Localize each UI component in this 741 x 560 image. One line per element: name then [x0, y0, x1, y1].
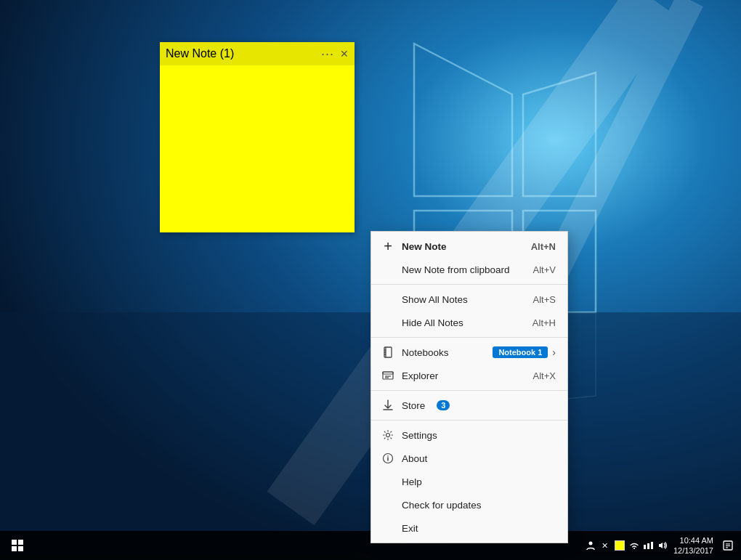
menu-divider-1 — [371, 284, 567, 285]
sticky-note: New Note (1) ··· ✕ — [160, 42, 355, 232]
show-notes-icon — [381, 293, 394, 306]
svg-rect-24 — [12, 540, 17, 545]
taskbar-left — [0, 531, 35, 560]
svg-rect-16 — [383, 372, 393, 374]
tray-x-icon[interactable]: ✕ — [599, 540, 611, 551]
tray-volume-icon[interactable] — [657, 540, 669, 551]
menu-item-explorer[interactable]: Explorer Alt+X — [371, 364, 567, 387]
tray-sticky-icon[interactable] — [614, 540, 625, 551]
menu-item-new-note-clipboard[interactable]: New Note from clipboard Alt+V — [371, 258, 567, 281]
svg-rect-31 — [651, 542, 653, 549]
submenu-chevron-icon: › — [552, 346, 556, 358]
exit-icon — [381, 522, 394, 535]
tray-person-icon[interactable] — [585, 540, 596, 551]
svg-point-23 — [387, 455, 389, 457]
taskbar-right: ✕ — [585, 535, 741, 556]
svg-rect-25 — [18, 540, 23, 545]
menu-item-store[interactable]: Store 3 — [371, 394, 567, 417]
svg-rect-30 — [647, 543, 649, 549]
menu-item-help[interactable]: Help — [371, 470, 567, 493]
explorer-icon — [381, 369, 394, 382]
sticky-note-title: New Note (1) — [166, 47, 234, 60]
tray-network-icon[interactable] — [643, 540, 655, 551]
clock-time: 10:44 AM — [680, 535, 713, 545]
clipboard-icon — [381, 263, 394, 276]
plus-icon: + — [381, 240, 394, 253]
help-icon — [381, 475, 394, 488]
notebook-icon — [381, 346, 394, 359]
menu-divider-4 — [371, 420, 567, 421]
context-menu: + New Note Alt+N New Note from clipboard… — [370, 231, 568, 543]
menu-item-settings[interactable]: Settings — [371, 423, 567, 447]
tray-area: ✕ — [585, 540, 669, 551]
menu-item-show-all-notes[interactable]: Show All Notes Alt+S — [371, 288, 567, 311]
sticky-note-header: New Note (1) ··· ✕ — [160, 42, 355, 65]
svg-rect-26 — [12, 546, 17, 551]
update-icon — [381, 498, 394, 511]
svg-marker-2 — [523, 73, 596, 196]
svg-rect-27 — [18, 546, 23, 551]
svg-rect-29 — [644, 545, 646, 549]
desktop: New Note (1) ··· ✕ + New Note Alt+N — [0, 0, 741, 560]
info-icon — [381, 452, 394, 465]
menu-item-new-note[interactable]: + New Note Alt+N — [371, 235, 567, 258]
svg-point-20 — [386, 434, 390, 437]
menu-item-check-updates[interactable]: Check for updates — [371, 493, 567, 516]
store-badge: 3 — [437, 400, 450, 410]
menu-item-hide-all-notes[interactable]: Hide All Notes Alt+H — [371, 311, 567, 334]
hide-notes-icon — [381, 316, 394, 329]
start-button[interactable] — [0, 531, 35, 560]
sticky-note-controls: ··· ✕ — [321, 47, 349, 60]
clock-date: 12/13/2017 — [673, 545, 713, 556]
menu-item-about[interactable]: About — [371, 447, 567, 470]
menu-item-exit[interactable]: Exit — [371, 516, 567, 540]
svg-marker-1 — [414, 44, 512, 196]
menu-divider-3 — [371, 390, 567, 391]
menu-item-notebooks[interactable]: Notebooks Notebook 1 › — [371, 341, 567, 364]
menu-divider-2 — [371, 337, 567, 338]
sticky-note-close-button[interactable]: ✕ — [340, 49, 349, 59]
sticky-note-dots-button[interactable]: ··· — [321, 47, 334, 60]
tray-wifi-icon[interactable] — [628, 540, 640, 551]
clock[interactable]: 10:44 AM 12/13/2017 — [673, 535, 716, 556]
sticky-note-body[interactable] — [160, 65, 355, 232]
settings-icon — [381, 429, 394, 442]
notification-center-button[interactable] — [721, 538, 735, 553]
svg-point-28 — [588, 542, 592, 545]
store-icon — [381, 399, 394, 412]
